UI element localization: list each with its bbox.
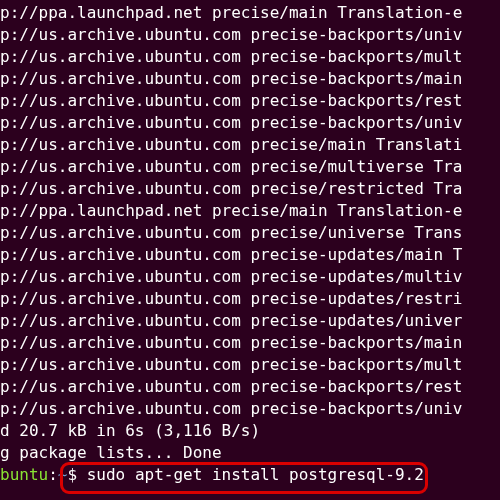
command-input[interactable]: sudo apt-get install postgresql-9.2 (87, 465, 424, 484)
output-line: p://us.archive.ubuntu.com precise-backpo… (0, 90, 500, 112)
output-line: p://ppa.launchpad.net precise/main Trans… (0, 2, 500, 24)
output-line: p://us.archive.ubuntu.com precise/main T… (0, 134, 500, 156)
prompt-user-host: buntu (0, 465, 48, 484)
output-line: g package lists... Done (0, 442, 500, 464)
terminal-window[interactable]: p://ppa.launchpad.net precise/main Trans… (0, 0, 500, 500)
output-line: p://us.archive.ubuntu.com precise/multiv… (0, 156, 500, 178)
output-line: p://us.archive.ubuntu.com precise-backpo… (0, 398, 500, 420)
output-line: p://ppa.launchpad.net precise/main Trans… (0, 200, 500, 222)
output-line: p://us.archive.ubuntu.com precise-update… (0, 244, 500, 266)
output-line: p://us.archive.ubuntu.com precise-backpo… (0, 376, 500, 398)
prompt-cwd: ~ (58, 465, 68, 484)
output-line: d 20.7 kB in 6s (3,116 B/s) (0, 420, 500, 442)
terminal-output: p://ppa.launchpad.net precise/main Trans… (0, 2, 500, 464)
output-line: p://us.archive.ubuntu.com precise-backpo… (0, 332, 500, 354)
output-line: p://us.archive.ubuntu.com precise/restri… (0, 178, 500, 200)
output-line: p://us.archive.ubuntu.com precise-update… (0, 310, 500, 332)
output-line: p://us.archive.ubuntu.com precise-backpo… (0, 68, 500, 90)
output-line: p://us.archive.ubuntu.com precise-backpo… (0, 354, 500, 376)
prompt-separator-colon: : (48, 465, 58, 484)
output-line: p://us.archive.ubuntu.com precise-update… (0, 266, 500, 288)
prompt-separator-dollar: $ (67, 465, 86, 484)
output-line: p://us.archive.ubuntu.com precise-update… (0, 288, 500, 310)
cursor (424, 464, 433, 482)
output-line: p://us.archive.ubuntu.com precise-backpo… (0, 112, 500, 134)
prompt-line[interactable]: buntu:~$ sudo apt-get install postgresql… (0, 464, 500, 486)
output-line: p://us.archive.ubuntu.com precise/univer… (0, 222, 500, 244)
output-line: p://us.archive.ubuntu.com precise-backpo… (0, 46, 500, 68)
output-line: p://us.archive.ubuntu.com precise-backpo… (0, 24, 500, 46)
